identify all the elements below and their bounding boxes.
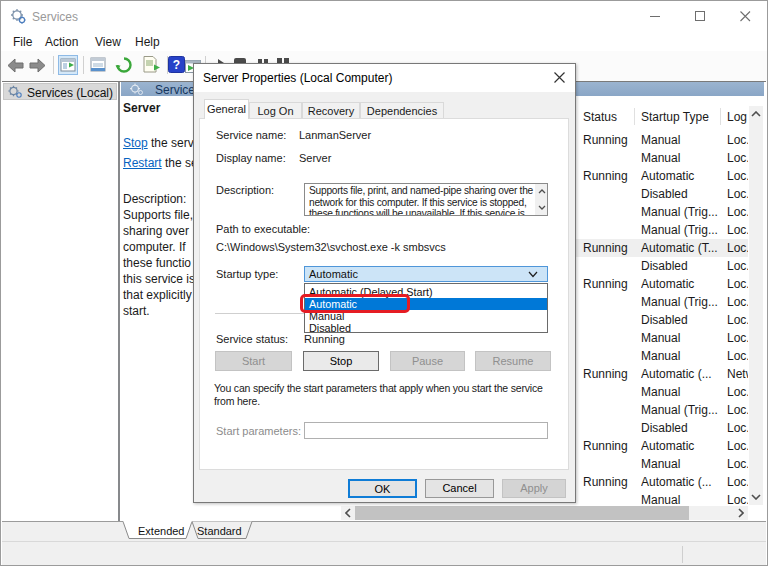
extended-description-line: computer. If xyxy=(123,240,186,254)
column-header-log-on-as[interactable]: Log xyxy=(727,110,749,124)
menu-action[interactable]: Action xyxy=(45,35,78,49)
cell-startup-type: Automatic xyxy=(641,169,719,183)
properties-icon[interactable] xyxy=(89,56,107,78)
view-tab-strip: Extended Standard xyxy=(2,522,766,541)
tab-extended[interactable]: Extended xyxy=(138,525,184,537)
path-label: Path to executable: xyxy=(216,223,310,235)
tab-standard[interactable]: Standard xyxy=(197,525,242,537)
cell-startup-type: Manual xyxy=(641,493,719,507)
cell-log-on-as: Loc... xyxy=(727,205,748,219)
cell-startup-type: Disabled xyxy=(641,313,719,327)
extended-description-line: sharing over xyxy=(123,224,189,238)
path-value: C:\Windows\System32\svchost.exe -k smbsv… xyxy=(216,241,446,253)
description-scrollbar[interactable] xyxy=(535,184,548,215)
vertical-scrollbar[interactable] xyxy=(749,106,763,505)
cell-log-on-as: Netw... xyxy=(727,367,748,381)
start-parameters-label: Start parameters: xyxy=(216,425,301,437)
dropdown-item[interactable]: Disabled xyxy=(305,322,547,334)
hint-line-2: from here. xyxy=(214,395,260,407)
column-header-startup-type[interactable]: Startup Type xyxy=(641,110,709,124)
cell-log-on-as: Loc... xyxy=(727,187,748,201)
cell-log-on-as: Loc... xyxy=(727,259,748,273)
toolbar-separator xyxy=(83,56,84,74)
back-icon[interactable] xyxy=(6,57,25,78)
toolbar-separator xyxy=(53,56,54,74)
cell-startup-type: Manual xyxy=(641,151,719,165)
cell-log-on-as: Loc... xyxy=(727,475,748,489)
cell-status: Running xyxy=(583,277,633,291)
cell-log-on-as: Loc... xyxy=(727,457,748,471)
description-scroll-down-icon[interactable] xyxy=(535,200,548,215)
description-textbox[interactable]: Supports file, print, and named-pipe sha… xyxy=(304,183,548,216)
cell-log-on-as: Loc... xyxy=(727,493,748,507)
cancel-button[interactable]: Cancel xyxy=(425,479,494,498)
cell-startup-type: Manual xyxy=(641,349,719,363)
horizontal-scrollbar[interactable] xyxy=(341,506,748,520)
cell-startup-type: Manual xyxy=(641,457,719,471)
service-name-label: Service name: xyxy=(216,129,286,141)
stop-button[interactable]: Stop xyxy=(303,351,379,371)
scroll-left-icon[interactable] xyxy=(341,506,355,520)
column-header-status[interactable]: Status xyxy=(583,110,617,124)
startup-type-combobox[interactable]: Automatic xyxy=(304,266,548,282)
scroll-up-icon[interactable] xyxy=(749,106,763,122)
description-line: network for this computer. If this servi… xyxy=(309,197,527,208)
cell-startup-type: Manual xyxy=(641,385,719,399)
export-list-icon[interactable] xyxy=(141,55,161,78)
stop-line-rest: the serv xyxy=(148,136,194,150)
ok-button[interactable]: OK xyxy=(348,479,417,498)
apply-button[interactable]: Apply xyxy=(502,479,566,498)
resume-button[interactable]: Resume xyxy=(475,351,551,371)
help-icon[interactable]: ? xyxy=(168,56,185,77)
services-gear-icon xyxy=(7,84,23,103)
dialog-tab-general[interactable]: General xyxy=(204,99,249,119)
description-line: Supports file, print, and named-pipe sha… xyxy=(309,185,533,196)
dialog-close-button[interactable] xyxy=(546,67,572,88)
dialog-title: Server Properties (Local Computer) xyxy=(203,71,392,85)
restart-service-link[interactable]: Restart xyxy=(123,156,162,170)
cell-startup-type: Automatic (... xyxy=(641,367,719,381)
cell-log-on-as: Loc... xyxy=(727,331,748,345)
stop-service-link[interactable]: Stop xyxy=(123,136,148,150)
dialog-tab-log-on[interactable]: Log On xyxy=(249,102,302,118)
close-button[interactable] xyxy=(723,1,768,31)
refresh-icon[interactable] xyxy=(115,56,133,78)
description-scroll-up-icon[interactable] xyxy=(535,184,548,199)
scroll-down-icon[interactable] xyxy=(749,489,763,505)
cell-log-on-as: Loc... xyxy=(727,403,748,417)
start-button[interactable]: Start xyxy=(215,351,292,371)
annotation-highlight xyxy=(300,294,410,313)
title-bar: Services xyxy=(1,1,767,31)
extended-description-line: Description: xyxy=(123,192,186,206)
svg-text:?: ? xyxy=(173,58,180,72)
service-status-value: Running xyxy=(304,333,345,345)
cell-log-on-as: Loc... xyxy=(727,169,748,183)
cell-status: Running xyxy=(583,475,633,489)
minimize-button[interactable] xyxy=(633,1,678,31)
menu-view[interactable]: View xyxy=(95,35,121,49)
cell-startup-type: Manual (Trig... xyxy=(641,223,719,237)
pause-button[interactable]: Pause xyxy=(390,351,465,371)
service-name-value: LanmanServer xyxy=(299,129,371,141)
menu-help[interactable]: Help xyxy=(135,35,160,49)
horizontal-scrollbar-thumb[interactable] xyxy=(355,506,689,520)
forward-icon[interactable] xyxy=(28,57,47,78)
column-separator xyxy=(634,108,635,125)
menu-file[interactable]: File xyxy=(13,35,32,49)
dialog-tab-dependencies[interactable]: Dependencies xyxy=(360,102,444,118)
dialog-tab-recovery[interactable]: Recovery xyxy=(302,102,360,118)
services-window: Services File Action View Help xyxy=(0,0,768,566)
cell-log-on-as: Loc... xyxy=(727,223,748,237)
tree-item-services-local[interactable]: Services (Local) xyxy=(3,83,117,100)
server-properties-dialog: Server Properties (Local Computer) Gener… xyxy=(193,63,576,503)
show-console-tree-icon[interactable] xyxy=(58,55,78,75)
cell-startup-type: Disabled xyxy=(641,259,719,273)
cell-startup-type: Automatic (T... xyxy=(641,241,719,255)
cell-status: Running xyxy=(583,133,633,147)
start-parameters-input[interactable] xyxy=(304,422,548,439)
maximize-button[interactable] xyxy=(678,1,723,31)
cell-log-on-as: Loc... xyxy=(727,313,748,327)
scroll-right-icon[interactable] xyxy=(734,506,748,520)
extended-description-line: start. xyxy=(123,304,150,318)
dialog-title-bar: Server Properties (Local Computer) xyxy=(194,64,575,92)
